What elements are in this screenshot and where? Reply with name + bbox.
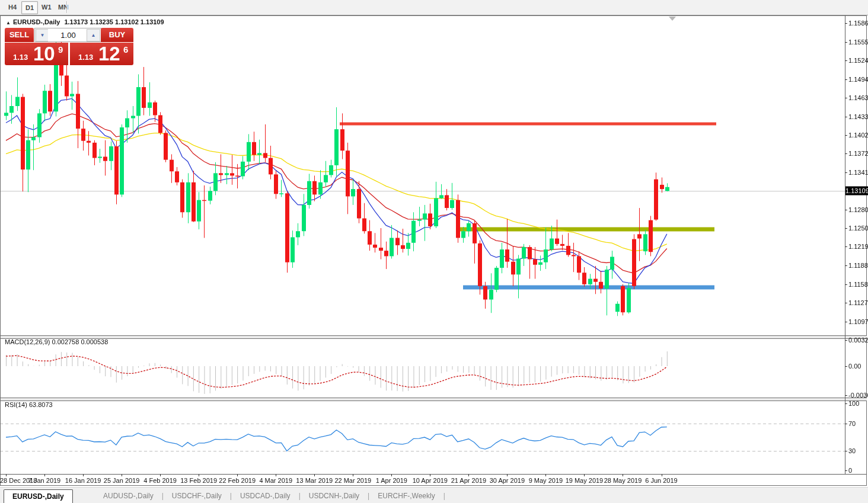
- date-axis-tick: [276, 474, 276, 476]
- date-axis-tick: [314, 474, 315, 476]
- price-axis-tick: [845, 210, 847, 210]
- date-axis-tick: [584, 474, 585, 476]
- price-axis-tick: [845, 98, 847, 98]
- date-axis-label: 21 Apr 2019: [451, 477, 486, 484]
- date-axis-label: 4 Feb 2019: [143, 477, 177, 484]
- price-axis-label: 1.15860: [848, 20, 868, 27]
- date-axis-tick: [199, 474, 199, 476]
- price-axis-label: 1.14025: [848, 132, 868, 139]
- price-axis-label: 1.12805: [848, 206, 868, 213]
- price-axis-label: 1.13720: [848, 150, 868, 157]
- timeframe-button-d1[interactable]: D1: [21, 1, 38, 14]
- date-axis-tick: [391, 474, 392, 476]
- tab-eurchf-weekly[interactable]: EURCHF-,Weekly: [369, 489, 443, 503]
- rsi-axis-tick: [845, 470, 847, 471]
- tab-separator: |: [443, 489, 445, 503]
- date-axis-tick: [662, 474, 662, 476]
- sell-price-point: 9: [58, 44, 63, 55]
- date-axis-tick: [160, 474, 161, 476]
- date-axis-label: 7 Jan 2019: [28, 477, 60, 484]
- price-axis-tick: [845, 153, 847, 154]
- price-axis-label: 1.10970: [848, 318, 868, 325]
- collapse-triangle-icon[interactable]: ▲: [6, 20, 11, 25]
- macd-indicator-label: MACD(12,26,9) 0.002758 0.000538: [5, 338, 108, 345]
- date-axis-label: 1 Apr 2019: [376, 477, 407, 484]
- macd-axis-label: 0.00: [848, 363, 861, 370]
- buy-price-major: 1.13: [78, 53, 93, 62]
- sell-price-pips: 10: [33, 43, 55, 65]
- volume-decrease-button[interactable]: ▼: [36, 29, 49, 41]
- tab-usdchf-daily[interactable]: USDCHF-,Daily: [164, 489, 230, 503]
- date-axis-tick: [44, 474, 45, 476]
- tab-usdcad-daily[interactable]: USDCAD-,Daily: [232, 489, 299, 503]
- date-axis-line: [0, 474, 867, 475]
- date-axis-label: 4 Mar 2019: [259, 477, 292, 484]
- price-axis-tick: [845, 172, 847, 173]
- date-axis-label: 22 Feb 2019: [219, 477, 256, 484]
- timeframe-button-w1[interactable]: W1: [38, 1, 55, 13]
- date-axis-label: 16 Jan 2019: [65, 477, 101, 484]
- price-axis-label: 1.11275: [848, 299, 868, 306]
- date-axis-tick: [468, 474, 469, 476]
- timeframe-toolbar: H4D1W1MN: [0, 0, 868, 15]
- price-axis-label: 1.15245: [848, 57, 868, 64]
- ohlc-values: 1.13173 1.13235 1.13102 1.13109: [64, 18, 164, 25]
- rsi-axis-tick: [845, 403, 847, 404]
- price-axis-tick: [845, 79, 847, 80]
- rsi-axis-label: 30: [848, 447, 856, 454]
- rsi-axis-label: 70: [848, 420, 856, 427]
- timeframe-button-h4[interactable]: H4: [5, 1, 20, 13]
- chart-title: ▲EURUSD-,Daily1.13173 1.13235 1.13102 1.…: [6, 18, 164, 25]
- buy-price-point: 6: [123, 44, 128, 55]
- date-axis-tick: [353, 474, 353, 476]
- volume-spinner: ▼ ▲: [34, 28, 101, 42]
- price-axis-tick: [845, 303, 847, 303]
- tab-usdcnh-daily[interactable]: USDCNH-,Daily: [301, 489, 368, 503]
- rsi-axis-label: 0: [848, 467, 852, 474]
- date-axis-label: 22 Mar 2019: [334, 477, 371, 484]
- date-axis-label: 13 Mar 2019: [296, 477, 333, 484]
- price-chart-canvas[interactable]: [0, 15, 868, 474]
- date-axis-label: 13 Feb 2019: [180, 477, 217, 484]
- price-axis-tick: [845, 23, 847, 24]
- buy-price-panel[interactable]: 1.13 12 6: [70, 43, 133, 65]
- macd-panel-separator[interactable]: [1, 335, 867, 339]
- timeframe-button-mn[interactable]: MN: [55, 1, 72, 13]
- toolbar-separator: [66, 1, 68, 13]
- scroll-to-end-marker-icon[interactable]: [669, 17, 676, 21]
- date-axis-tick: [83, 474, 84, 476]
- date-axis-tick: [430, 474, 430, 476]
- date-axis-label: 9 May 2019: [529, 477, 563, 484]
- date-axis-label: 28 May 2019: [604, 477, 642, 484]
- buy-price-pips: 12: [98, 43, 120, 65]
- macd-axis-tick: [845, 395, 847, 396]
- symbol-tab-bar: EURUSD-,Daily AUDUSD-,Daily|USDCHF-,Dail…: [0, 487, 868, 503]
- rsi-panel-separator[interactable]: [1, 398, 867, 401]
- price-axis-label: 1.13415: [848, 169, 868, 176]
- sell-price-major: 1.13: [13, 53, 28, 62]
- date-axis-label: 10 Apr 2019: [413, 477, 448, 484]
- current-price-badge: 1.13109: [845, 187, 868, 196]
- tab-audusd-daily[interactable]: AUDUSD-,Daily: [95, 489, 162, 503]
- price-axis-tick: [845, 42, 847, 43]
- mt4-chart-window: H4D1W1MN ▲EURUSD-,Daily1.13173 1.13235 1…: [0, 0, 868, 503]
- volume-input[interactable]: [48, 28, 88, 41]
- price-axis-tick: [845, 322, 847, 322]
- sell-button[interactable]: SELL: [5, 28, 34, 42]
- rsi-axis-tick: [845, 451, 847, 451]
- date-axis-label: 19 May 2019: [566, 477, 604, 484]
- volume-increase-button[interactable]: ▲: [87, 29, 100, 41]
- tab-eurusd-daily[interactable]: EURUSD-,Daily: [4, 489, 73, 503]
- buy-button[interactable]: BUY: [101, 28, 133, 42]
- date-axis-tick: [237, 474, 238, 476]
- price-axis-separator: [845, 15, 845, 474]
- macd-axis-tick: [845, 340, 847, 341]
- sell-price-panel[interactable]: 1.13 10 9: [5, 43, 68, 65]
- price-axis-label: 1.14940: [848, 76, 868, 83]
- price-axis-label: 1.14330: [848, 113, 868, 120]
- rsi-axis-label: 100: [848, 400, 859, 407]
- price-axis-tick: [845, 284, 847, 285]
- price-axis-label: 1.12195: [848, 243, 868, 250]
- price-axis-label: 1.15550: [848, 39, 868, 46]
- date-axis-label: 30 Apr 2019: [490, 477, 525, 484]
